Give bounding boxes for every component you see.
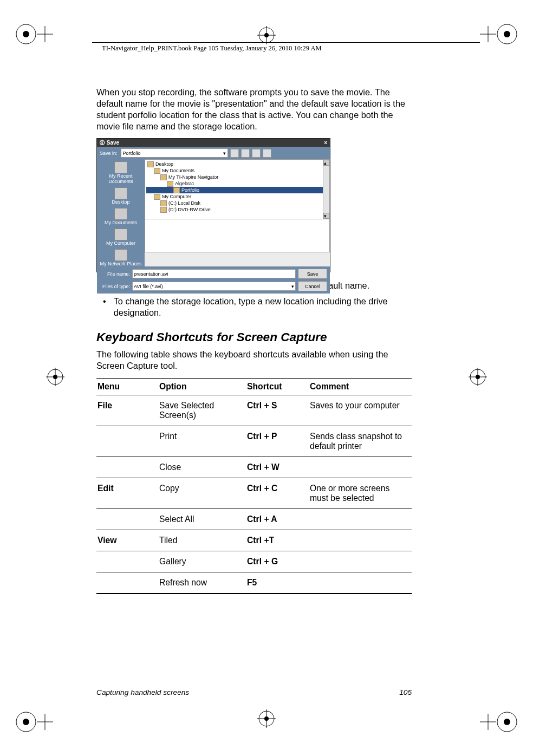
toolbar-back-icon[interactable] (230, 149, 239, 158)
scroll-up-icon[interactable]: ▴ (323, 160, 329, 166)
dialog-titlebar: 🛈 Save × (97, 139, 330, 147)
col-comment: Comment (309, 378, 412, 395)
section-intro: The following table shows the keyboard s… (96, 349, 412, 372)
cell-shortcut: Ctrl + C (246, 478, 309, 509)
save-button[interactable]: Save (298, 269, 327, 279)
folder-open-icon (173, 187, 180, 193)
cell-comment: One or more screens must be selected (309, 478, 412, 509)
place-desktop[interactable]: Desktop (112, 187, 129, 205)
tree-label: Portfolio (181, 187, 199, 193)
cell-shortcut: Ctrl + W (246, 457, 309, 478)
table-row: ViewTiledCtrl +T (96, 530, 412, 551)
toolbar-views-icon[interactable] (263, 149, 271, 158)
table-row: FileSave Selected Screen(s)Ctrl + SSaves… (96, 395, 412, 426)
svg-point-9 (23, 719, 29, 725)
col-menu: Menu (96, 378, 158, 395)
cell-option: Select All (158, 509, 246, 530)
tree-item[interactable]: My Computer (146, 193, 328, 200)
files-of-type-value: AVI file (*.avi) (134, 284, 163, 289)
tree-item[interactable]: My TI-Nspire Navigator (146, 174, 328, 180)
filetype-row: Files of type: AVI file (*.avi)▾ Cancel (97, 281, 330, 294)
scrollbar[interactable]: ▴ ▾ (323, 160, 329, 219)
svg-point-27 (264, 33, 269, 37)
cell-option: Copy (158, 478, 246, 509)
crop-mark-bottom-left (15, 703, 53, 741)
toolbar-newfolder-icon[interactable] (252, 149, 261, 158)
cancel-button[interactable]: Cancel (298, 281, 327, 291)
cell-shortcut: Ctrl + G (246, 551, 309, 572)
shortcuts-table: Menu Option Shortcut Comment FileSave Se… (96, 378, 412, 594)
footer-chapter: Capturing handheld screens (96, 688, 189, 696)
save-in-value: Portfolio (123, 151, 141, 156)
cell-menu (96, 509, 158, 530)
computer-icon (114, 229, 127, 240)
tree-label: Desktop (155, 161, 173, 167)
tree-label: My Documents (162, 167, 194, 174)
tree-item[interactable]: My Documents (146, 167, 328, 174)
desktop-icon (114, 187, 127, 199)
crop-mark-top-left (15, 15, 53, 53)
table-row: EditCopyCtrl + COne or more screens must… (96, 478, 412, 509)
cell-comment: Saves to your computer (309, 395, 412, 426)
computer-icon (154, 194, 160, 200)
folder-icon (167, 181, 173, 187)
cell-comment (309, 530, 412, 551)
cell-option: Close (158, 457, 246, 478)
file-name-input[interactable]: presentation.avi (132, 269, 296, 278)
svg-point-23 (476, 375, 480, 379)
cell-shortcut: F5 (246, 572, 309, 594)
table-header-row: Menu Option Shortcut Comment (96, 378, 412, 395)
tree-item[interactable]: (C:) Local Disk (146, 200, 328, 206)
folder-tree[interactable]: Desktop My Documents My TI-Nspire Naviga… (145, 159, 330, 219)
place-network[interactable]: My Network Places (100, 249, 141, 266)
cell-shortcut: Ctrl +T (246, 530, 309, 551)
place-mycomputer[interactable]: My Computer (106, 229, 135, 246)
section-heading: Keyboard Shortcuts for Screen Capture (96, 330, 412, 344)
place-mydocs[interactable]: My Documents (105, 208, 137, 225)
cell-comment: Sends class snapshot to default printer (309, 426, 412, 457)
cell-comment (309, 572, 412, 594)
tree-label: (C:) Local Disk (168, 200, 200, 206)
tree-item[interactable]: (D:) DVD-RW Drive (146, 206, 328, 213)
scroll-down-icon[interactable]: ▾ (323, 213, 329, 219)
close-icon[interactable]: × (324, 140, 327, 146)
chevron-down-icon: ▾ (291, 284, 294, 289)
filename-row: File name: presentation.avi Save (97, 266, 330, 281)
running-header: TI-Navigator_Help_PRINT.book Page 105 Tu… (102, 44, 322, 53)
dialog-title-text: 🛈 Save (100, 140, 119, 146)
cell-option: Print (158, 426, 246, 457)
footer-page-number: 105 (399, 688, 412, 696)
registration-mark-right (469, 368, 487, 388)
svg-point-19 (53, 375, 57, 379)
table-row: Refresh nowF5 (96, 572, 412, 594)
place-label: My Documents (105, 220, 137, 225)
network-icon (114, 249, 127, 261)
files-of-type-combo[interactable]: AVI file (*.avi)▾ (132, 282, 296, 291)
place-recent[interactable]: My Recent Documents (97, 161, 145, 184)
places-bar: My Recent Documents Desktop My Documents… (97, 159, 145, 266)
tree-item[interactable]: Desktop (146, 161, 328, 167)
col-shortcut: Shortcut (246, 378, 309, 395)
tree-item-selected[interactable]: Portfolio (146, 187, 328, 193)
save-in-combo[interactable]: Portfolio▾ (121, 148, 228, 158)
place-label: My Computer (106, 240, 135, 246)
cell-menu: View (96, 530, 158, 551)
tree-label: (D:) DVD-RW Drive (168, 206, 211, 213)
svg-point-31 (264, 716, 269, 721)
svg-point-13 (504, 719, 510, 725)
list-item: •To change the storage location, type a … (103, 296, 412, 318)
cell-shortcut: Ctrl + P (246, 426, 309, 457)
tree-item[interactable]: Algebra1 (146, 180, 328, 187)
cell-option: Save Selected Screen(s) (158, 395, 246, 426)
header-rule (92, 42, 480, 43)
registration-mark-top (257, 26, 276, 47)
cell-comment (309, 457, 412, 478)
file-list-empty (145, 219, 330, 252)
crop-mark-bottom-right (480, 703, 518, 741)
folder-icon (114, 161, 127, 173)
files-of-type-label: Files of type: (100, 284, 130, 289)
toolbar-up-icon[interactable] (241, 149, 250, 158)
registration-mark-bottom (257, 709, 276, 730)
cell-shortcut: Ctrl + S (246, 395, 309, 426)
save-in-row: Save in: Portfolio▾ (97, 147, 330, 159)
